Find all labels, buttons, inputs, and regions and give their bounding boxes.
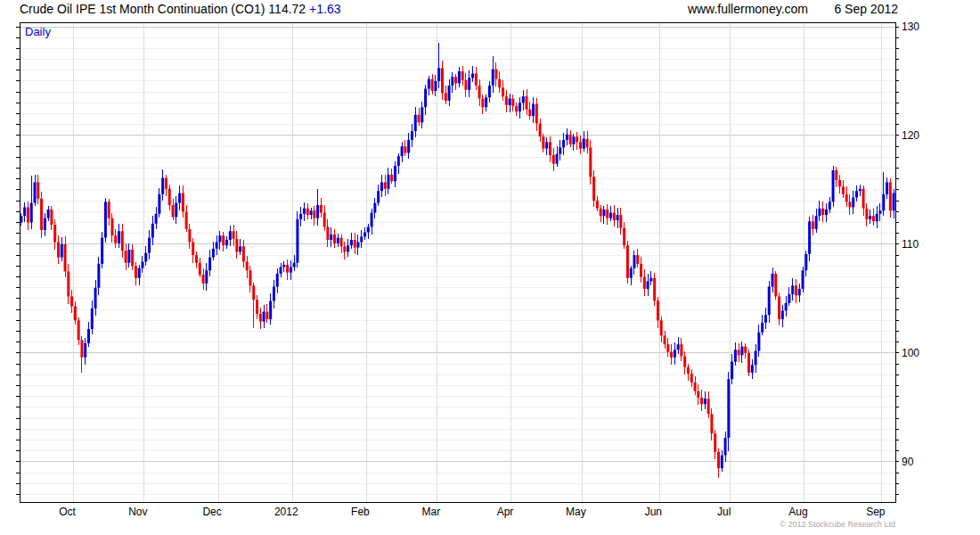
candle-body <box>161 178 164 194</box>
candle-body <box>552 155 555 164</box>
candle-body <box>829 202 831 210</box>
candle-body <box>110 218 113 236</box>
candle-body <box>700 398 703 404</box>
x-axis-label: Jul <box>717 506 731 518</box>
candle-body <box>670 352 673 358</box>
candle-body <box>468 78 470 89</box>
candle-body <box>602 210 605 216</box>
x-axis-label: 2012 <box>274 506 298 518</box>
candle-body <box>326 226 329 240</box>
candle-body <box>815 216 818 229</box>
candle-body <box>609 213 612 218</box>
candle-body <box>350 240 353 245</box>
candle-body <box>569 135 572 144</box>
candle-body <box>225 240 228 245</box>
candle-body <box>282 265 285 267</box>
candle-body <box>44 218 46 230</box>
candle-body <box>586 139 589 148</box>
candle-body <box>437 68 440 81</box>
candle-body <box>57 242 60 257</box>
candle-body <box>91 309 94 329</box>
candle-body <box>617 215 619 220</box>
candle-body <box>848 202 851 207</box>
candle-body <box>515 106 518 111</box>
candle-body <box>192 242 194 255</box>
candle-body <box>522 96 525 103</box>
candle-body <box>576 136 578 142</box>
candle-body <box>310 210 313 215</box>
candle-body <box>50 210 53 225</box>
candle-body <box>125 251 127 262</box>
candle-body <box>785 303 788 311</box>
candle-body <box>343 246 346 251</box>
candle-body <box>717 452 720 468</box>
candle-body <box>697 391 699 398</box>
candle-body <box>626 245 629 278</box>
candle-body <box>121 231 124 251</box>
candle-body <box>488 86 491 97</box>
candle-body <box>269 300 272 319</box>
candle-body <box>734 350 737 361</box>
candle-body <box>855 191 858 197</box>
candle-body <box>542 136 544 148</box>
candle-body <box>878 210 881 214</box>
candle-body <box>202 275 205 284</box>
candle-body <box>526 96 528 110</box>
candle-body <box>893 193 895 210</box>
candle-body <box>559 147 561 153</box>
candle-body <box>562 140 565 148</box>
candle-body <box>235 239 238 252</box>
candle-body <box>532 104 535 116</box>
candle-body <box>273 287 275 301</box>
candle-body <box>118 231 120 243</box>
candle-body <box>623 228 625 246</box>
candle-body <box>53 225 56 243</box>
candle-body <box>195 255 198 263</box>
candle-body <box>633 255 635 268</box>
candle-body <box>690 374 693 383</box>
candle-body <box>280 268 282 274</box>
candle-body <box>687 367 690 374</box>
candle-body <box>377 191 380 202</box>
candle-body <box>320 205 323 213</box>
candle-body <box>380 182 383 191</box>
x-axis-label: Nov <box>128 506 147 518</box>
plot-border <box>20 22 895 502</box>
candle-body <box>579 142 582 148</box>
candle-body <box>313 210 315 218</box>
chart-window: Crude Oil IPE 1st Month Continuation (CO… <box>0 0 980 535</box>
candle-body <box>494 70 497 79</box>
candle-body <box>347 245 349 251</box>
candle-body <box>821 209 824 215</box>
x-axis-label: Apr <box>497 506 514 518</box>
candle-body <box>337 238 339 243</box>
x-axis-label: Feb <box>351 506 370 518</box>
x-axis-label: Mar <box>421 506 440 518</box>
candle-body <box>239 246 241 251</box>
candle-body <box>680 344 682 356</box>
candle-body <box>505 96 508 105</box>
candle-body <box>818 209 821 217</box>
candle-body <box>721 456 723 469</box>
candle-body <box>47 210 50 218</box>
candle-body <box>168 189 171 205</box>
candle-body <box>114 235 117 243</box>
candle-body <box>596 201 599 209</box>
candle-body <box>74 306 77 320</box>
candle-body <box>707 399 710 414</box>
candle-body <box>804 254 807 270</box>
candle-body <box>768 287 771 316</box>
candle-body <box>724 438 727 456</box>
candle-body <box>323 213 326 227</box>
candle-body <box>158 194 160 214</box>
candle-body <box>798 289 801 295</box>
candle-body <box>448 86 451 101</box>
candle-body <box>354 240 356 248</box>
candle-body <box>286 265 289 273</box>
candle-body <box>445 93 447 101</box>
candle-body <box>683 357 686 367</box>
candle-body <box>556 154 559 164</box>
candle-body <box>407 140 410 153</box>
candle-body <box>293 263 296 268</box>
candle-body <box>842 186 845 194</box>
